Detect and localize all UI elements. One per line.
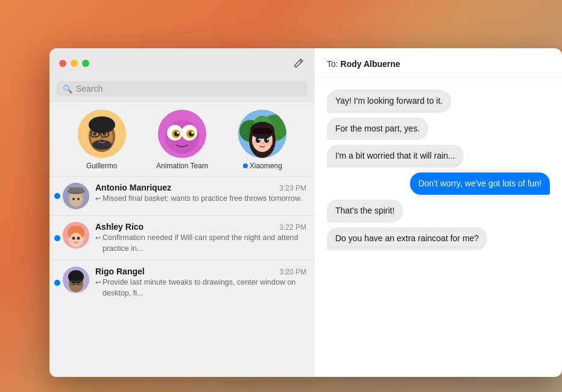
svg-point-49: [72, 237, 75, 240]
svg-point-54: [68, 270, 84, 283]
message-header-antonio: Antonio Manriquez 3:23 PM: [95, 183, 306, 192]
message-preview-rigo: ↩ Provide last minute tweaks to drawings…: [95, 277, 306, 299]
close-button[interactable]: [59, 60, 66, 67]
traffic-lights: [59, 60, 89, 67]
svg-point-10: [89, 116, 115, 133]
message-header-rigo: Rigo Rangel 3:20 PM: [95, 267, 306, 276]
svg-point-33: [261, 142, 264, 144]
search-container: 🔍 Search: [49, 76, 315, 103]
contact-name-animation-team: Animation Team: [156, 162, 208, 170]
chat-messages: Yay! I'm looking forward to it. For the …: [315, 78, 562, 377]
svg-point-42: [72, 198, 75, 200]
message-content-ashley: Ashley Rico 3:22 PM ↩ Confirmation neede…: [95, 222, 306, 254]
svg-point-59: [78, 282, 80, 284]
avatar-rigo: [63, 267, 89, 293]
message-item-rigo[interactable]: Rigo Rangel 3:20 PM ↩ Provide last minut…: [49, 260, 315, 305]
avatar-animation-team: [158, 110, 206, 158]
message-content-antonio: Antonio Manriquez 3:23 PM ↩ Missed final…: [95, 183, 306, 204]
contact-name-guillermo: Guillermo: [86, 162, 117, 170]
search-bar[interactable]: 🔍 Search: [57, 81, 308, 96]
svg-point-31: [259, 139, 260, 141]
message-time-antonio: 3:23 PM: [279, 184, 306, 192]
search-placeholder: Search: [76, 84, 103, 93]
sender-name-ashley: Ashley Rico: [95, 222, 144, 232]
minimize-button[interactable]: [71, 60, 78, 67]
svg-point-35: [267, 142, 273, 145]
pinned-contact-xiaomeng[interactable]: Xiaomeng: [229, 110, 295, 170]
bubble-5: That's the spirit!: [327, 200, 403, 223]
search-icon: 🔍: [63, 84, 72, 93]
bubble-6: Do you have an extra raincoat for me?: [327, 227, 487, 250]
unread-dot-antonio: [54, 193, 60, 199]
bubble-1: Yay! I'm looking forward to it.: [327, 90, 451, 113]
svg-point-50: [77, 237, 80, 240]
titlebar: [49, 48, 315, 76]
avatar-xiaomeng: [238, 110, 286, 158]
preview-icon-rigo: ↩: [95, 278, 101, 287]
svg-point-34: [251, 142, 257, 145]
avatar-antonio: [63, 183, 89, 209]
bubble-2: For the most part, yes.: [327, 118, 428, 141]
sidebar: 🔍 Search: [49, 48, 315, 377]
svg-point-8: [100, 138, 104, 140]
svg-point-43: [77, 198, 80, 200]
compose-button[interactable]: [292, 57, 305, 70]
svg-point-9: [92, 140, 112, 150]
svg-rect-41: [69, 188, 83, 192]
svg-point-6: [93, 132, 96, 136]
unread-dot-xiaomeng: [243, 163, 248, 168]
preview-icon-antonio: ↩: [95, 194, 101, 203]
message-preview-antonio: ↩ Missed final basket; wants to practice…: [95, 194, 306, 204]
bubble-4: Don't worry, we've got lots of fun!: [410, 172, 550, 195]
preview-icon-ashley: ↩: [95, 233, 101, 242]
message-preview-ashley: ↩ Confirmation needed if Will can spend …: [95, 233, 306, 254]
pinned-contact-animation-team[interactable]: Animation Team: [149, 110, 215, 170]
message-content-rigo: Rigo Rangel 3:20 PM ↩ Provide last minut…: [95, 267, 306, 299]
chat-recipient-name: Rody Albuerne: [341, 59, 400, 69]
svg-point-38: [70, 193, 82, 206]
message-item-antonio[interactable]: Antonio Manriquez 3:23 PM ↩ Missed final…: [49, 176, 315, 215]
message-time-ashley: 3:22 PM: [279, 223, 306, 232]
svg-point-20: [191, 131, 194, 134]
svg-point-58: [72, 282, 74, 284]
svg-point-32: [267, 139, 269, 141]
message-item-ashley[interactable]: Ashley Rico 3:22 PM ↩ Confirmation neede…: [49, 215, 315, 260]
chat-header: To: Rody Albuerne: [315, 48, 562, 78]
bubble-3: I'm a bit worried that it will rain...: [327, 145, 464, 168]
messages-window: 🔍 Search: [49, 48, 562, 377]
avatar-ashley: [63, 222, 89, 248]
svg-point-19: [177, 131, 179, 134]
message-time-rigo: 3:20 PM: [279, 268, 306, 276]
message-header-ashley: Ashley Rico 3:22 PM: [95, 222, 306, 232]
avatar-guillermo: [78, 110, 126, 158]
contact-name-xiaomeng: Xiaomeng: [243, 162, 282, 170]
chat-area: To: Rody Albuerne Yay! I'm looking forwa…: [315, 48, 562, 377]
fullscreen-button[interactable]: [82, 60, 89, 67]
unread-dot-rigo: [54, 280, 60, 286]
sender-name-rigo: Rigo Rangel: [95, 267, 145, 276]
pinned-contact-guillermo[interactable]: Guillermo: [69, 110, 135, 170]
chat-to: To: Rody Albuerne: [327, 59, 550, 69]
unread-dot-ashley: [54, 235, 60, 241]
message-list: Antonio Manriquez 3:23 PM ↩ Missed final…: [49, 176, 315, 377]
sender-name-antonio: Antonio Manriquez: [95, 183, 171, 192]
pinned-contacts: Guillermo: [49, 103, 315, 176]
